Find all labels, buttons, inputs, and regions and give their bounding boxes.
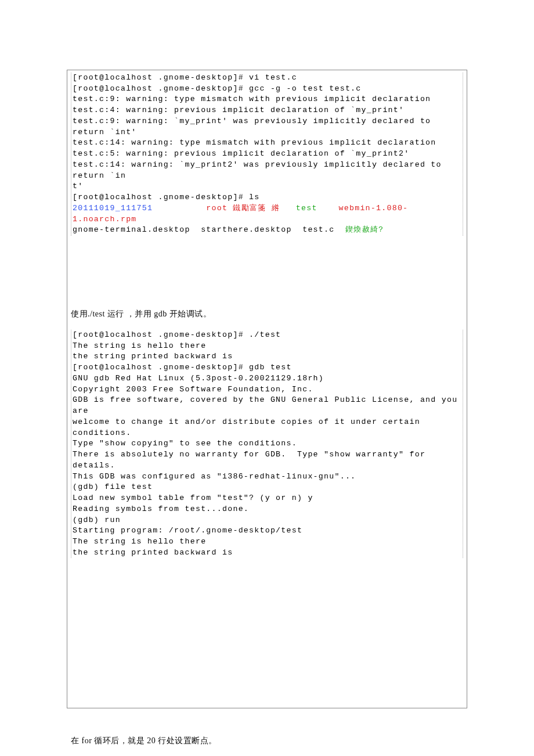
spacer xyxy=(71,558,463,732)
prose-text: 在 for 循环后，就是 20 行处设置断点。 xyxy=(71,736,463,746)
ls-item-green: 鍥煥赦綺? xyxy=(345,225,384,234)
spacer xyxy=(71,323,463,330)
terminal-line: (gdb) run xyxy=(73,515,461,526)
ls-item-red: root 鐵勵富箋 綹 xyxy=(206,204,280,213)
terminal-line: The string is hello there xyxy=(73,537,461,548)
terminal-line: the string printed backward is xyxy=(73,548,461,559)
terminal-line: Load new symbol table from "test"? (y or… xyxy=(73,493,461,504)
terminal-line: test.c:9: warning: type mismatch with pr… xyxy=(73,94,461,105)
prose-text: 使用./test 运行 ，并用 gdb 开始调试。 xyxy=(71,309,463,319)
ls-exec: test xyxy=(296,204,317,213)
terminal-line: This GDB was configured as "i386-redhat-… xyxy=(73,471,461,483)
terminal-line: [root@localhost .gnome-desktop]# gdb tes… xyxy=(73,362,461,373)
spacer xyxy=(71,236,463,305)
ls-output-line: gnome-terminal.desktop starthere.desktop… xyxy=(73,225,461,236)
terminal-output-1: [root@localhost .gnome-desktop]# vi test… xyxy=(71,73,463,236)
terminal-line: GDB is free software, covered by the GNU… xyxy=(73,395,461,416)
terminal-line: test.c:14: warning: `my_print2' was prev… xyxy=(73,160,461,181)
document-page: [root@localhost .gnome-desktop]# vi test… xyxy=(67,70,467,708)
ls-dir: 20111019_111751 xyxy=(73,204,153,213)
terminal-line: [root@localhost .gnome-desktop]# ./test xyxy=(73,330,461,341)
terminal-line: There is absolutely no warranty for GDB.… xyxy=(73,449,461,471)
terminal-line: [root@localhost .gnome-desktop]# ls xyxy=(73,192,461,203)
terminal-line: Copyright 2003 Free Software Foundation,… xyxy=(73,384,461,395)
terminal-line: GNU gdb Red Hat Linux (5.3post-0.2002112… xyxy=(73,373,461,384)
terminal-line: [root@localhost .gnome-desktop]# vi test… xyxy=(73,73,461,84)
terminal-line: Type "show copying" to see the condition… xyxy=(73,438,461,449)
terminal-line: [root@localhost .gnome-desktop]# gcc -g … xyxy=(73,84,461,95)
ls-output-line: 20111019_111751 root 鐵勵富箋 綹 test webmin-… xyxy=(73,203,461,225)
terminal-line: (gdb) file test xyxy=(73,482,461,493)
terminal-line: test.c:4: warning: previous implicit dec… xyxy=(73,105,461,116)
terminal-line: test.c:14: warning: type mismatch with p… xyxy=(73,138,461,149)
terminal-line: Reading symbols from test...done. xyxy=(73,504,461,515)
terminal-line: the string printed backward is xyxy=(73,351,461,362)
terminal-line: welcome to change it and/or distribute c… xyxy=(73,417,461,438)
terminal-line: Starting program: /root/.gnome-desktop/t… xyxy=(73,525,461,537)
terminal-line: The string is hello there xyxy=(73,341,461,352)
terminal-output-2: [root@localhost .gnome-desktop]# ./test … xyxy=(71,330,463,558)
terminal-line: test.c:5: warning: previous implicit dec… xyxy=(73,149,461,160)
terminal-line: test.c:9: warning: `my_print' was previo… xyxy=(73,116,461,138)
terminal-line: t' xyxy=(73,181,461,192)
